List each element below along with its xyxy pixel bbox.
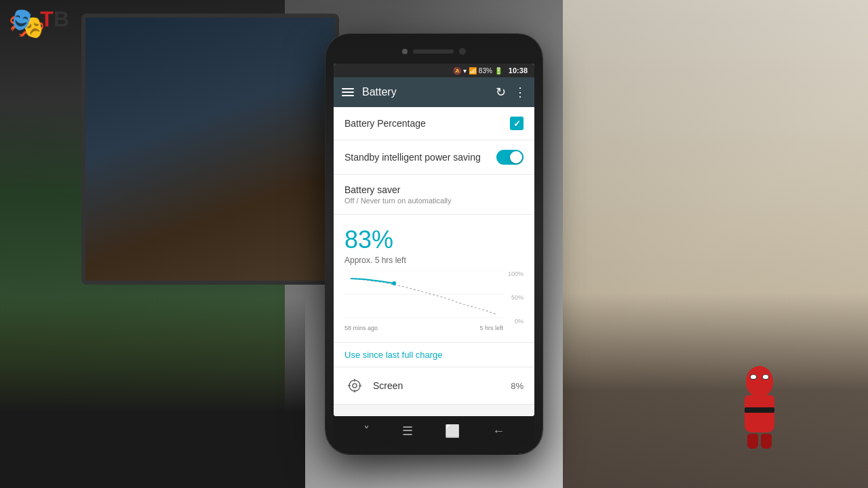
more-options-button[interactable]: ⋮ <box>514 85 526 100</box>
phone-top-bar <box>334 42 534 61</box>
battery-saver-label: Battery saver <box>344 184 452 195</box>
refresh-button[interactable]: ↻ <box>496 85 506 100</box>
battery-percent-status: 83% <box>479 67 492 75</box>
toggle-thumb <box>510 151 522 163</box>
battery-saver-sub: Off / Never turn on automatically <box>344 197 452 205</box>
nav-menu-button[interactable]: ☰ <box>402 424 413 439</box>
phone-body: 🔕 ▾ 📶 83% 🔋 10:38 Battery ↻ ⋮ <box>326 34 542 454</box>
phone-screen: 🔕 ▾ 📶 83% 🔋 10:38 Battery ↻ ⋮ <box>334 64 534 416</box>
deadpool-figure <box>732 366 787 447</box>
front-flash <box>402 49 408 54</box>
deadpool-belt <box>745 407 774 413</box>
screen-usage-row[interactable]: Screen 8% <box>334 367 534 405</box>
status-time: 10:38 <box>509 66 528 75</box>
battery-percentage-checkbox[interactable]: ✓ <box>510 117 524 130</box>
battery-percentage-row[interactable]: Battery Percentage ✓ <box>334 107 534 140</box>
battery-level-section: 83% Approx. 5 hrs left 100% 50% 0% <box>334 215 534 343</box>
chart-time-left: 5 hrs left <box>479 325 503 331</box>
hamburger-menu-button[interactable] <box>342 88 354 96</box>
tb-logo: 🎭 TB <box>8 8 69 62</box>
standby-toggle[interactable] <box>496 150 524 165</box>
deadpool-body <box>745 395 774 432</box>
deadpool-leg-right <box>761 434 772 449</box>
chart-svg <box>344 270 503 318</box>
logo-b: B <box>54 7 69 31</box>
monitor-screen <box>85 18 335 281</box>
svg-point-5 <box>353 384 357 388</box>
bg-desk <box>0 298 305 488</box>
deadpool-eye-left <box>750 374 757 380</box>
hamburger-line-1 <box>342 88 354 89</box>
silent-icon: 🔕 <box>453 67 461 75</box>
deadpool-legs <box>732 434 787 449</box>
use-since-link[interactable]: Use since last full charge <box>334 343 534 367</box>
nav-bar: ˅ ☰ ⬜ ← <box>334 416 534 446</box>
hamburger-line-2 <box>342 92 354 93</box>
svg-point-4 <box>349 380 360 391</box>
battery-percentage-label: Battery Percentage <box>344 118 426 129</box>
front-camera <box>459 48 466 55</box>
phone-container: 🔕 ▾ 📶 83% 🔋 10:38 Battery ↻ ⋮ <box>326 34 542 454</box>
chart-label-100: 100% <box>508 270 524 277</box>
deadpool-eye-right <box>762 374 769 380</box>
chart-area <box>344 270 503 318</box>
phone-speaker <box>413 49 454 54</box>
battery-chart: 100% 50% 0% <box>344 270 524 331</box>
standby-power-row[interactable]: Standby intelligent power saving <box>334 140 534 175</box>
battery-time-left: Approx. 5 hrs left <box>344 256 524 265</box>
chart-label-50: 50% <box>511 294 524 301</box>
nav-recents-button[interactable]: ⬜ <box>445 424 460 439</box>
chart-time-ago: 58 mins ago <box>344 325 378 331</box>
chart-label-0: 0% <box>515 318 524 325</box>
svg-point-3 <box>392 281 396 285</box>
logo-t: T <box>40 7 54 31</box>
deadpool-head <box>746 366 773 396</box>
screen-icon <box>344 375 365 396</box>
nav-down-button[interactable]: ˅ <box>363 424 370 439</box>
standby-label: Standby intelligent power saving <box>344 152 481 163</box>
battery-saver-text-group: Battery saver Off / Never turn on automa… <box>344 184 452 205</box>
bg-monitor <box>81 14 339 285</box>
screen-label: Screen <box>373 380 502 391</box>
deadpool-leg-left <box>747 434 758 449</box>
chart-time-labels: 58 mins ago 5 hrs left <box>344 325 503 331</box>
screen-svg-icon <box>347 378 362 393</box>
app-title: Battery <box>362 86 488 98</box>
status-icons: 🔕 ▾ 📶 83% 🔋 <box>453 67 502 75</box>
bg-right-side <box>563 0 868 488</box>
settings-content: Battery Percentage ✓ Standby intelligent… <box>334 107 534 416</box>
screen-percent: 8% <box>511 381 524 391</box>
deadpool-eyes <box>750 374 769 380</box>
app-bar: Battery ↻ ⋮ <box>334 77 534 107</box>
signal-icon: 📶 <box>469 67 477 75</box>
logo-text: TB <box>40 8 69 30</box>
battery-level-large: 83% <box>344 226 524 254</box>
status-bar: 🔕 ▾ 📶 83% 🔋 10:38 <box>334 64 534 77</box>
battery-icon: 🔋 <box>494 67 502 75</box>
nav-back-button[interactable]: ← <box>492 424 505 439</box>
battery-saver-row[interactable]: Battery saver Off / Never turn on automa… <box>334 175 534 215</box>
hamburger-line-3 <box>342 95 354 96</box>
wifi-icon: ▾ <box>463 67 467 75</box>
